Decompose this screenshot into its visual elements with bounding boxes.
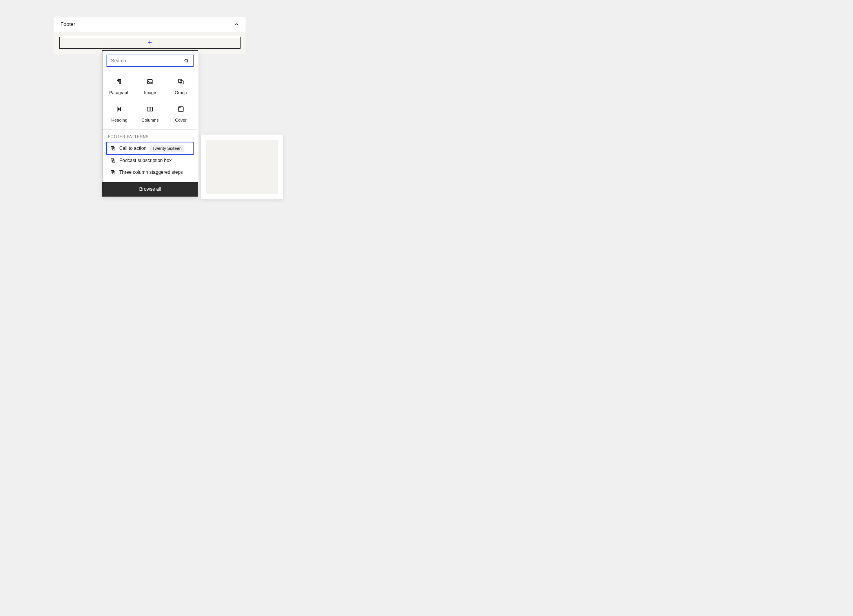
columns-icon: [145, 104, 155, 114]
block-inserter-popover: Paragraph Image Group Heading Columns Co…: [102, 50, 198, 197]
pattern-preview-card: [201, 135, 283, 199]
block-heading[interactable]: Heading: [104, 99, 135, 126]
pattern-list: Call to action Twenty Sixteen Podcast su…: [102, 142, 198, 182]
group-icon: [176, 77, 186, 86]
patterns-heading: FOOTER PATTERNS: [102, 130, 198, 142]
pattern-preview-canvas: [206, 140, 278, 194]
block-group[interactable]: Group: [166, 71, 196, 99]
cover-icon: [176, 104, 186, 114]
browse-all-button[interactable]: Browse all: [102, 182, 198, 196]
group-icon: [110, 169, 116, 175]
block-label: Cover: [175, 118, 186, 122]
pattern-tag: Twenty Sixteen: [149, 145, 184, 152]
block-cover[interactable]: Cover: [166, 99, 196, 126]
heading-icon: [115, 104, 124, 114]
pattern-label: Three column staggered steps: [119, 169, 183, 175]
footer-panel-title: Footer: [60, 21, 75, 27]
pattern-item-call-to-action[interactable]: Call to action Twenty Sixteen: [106, 142, 194, 155]
footer-panel: Footer: [54, 16, 246, 54]
inserter-search[interactable]: [107, 55, 193, 67]
group-icon: [110, 157, 116, 164]
paragraph-icon: [115, 77, 124, 86]
image-icon: [145, 77, 155, 86]
pattern-item-three-column[interactable]: Three column staggered steps: [106, 166, 194, 178]
search-icon: [184, 58, 189, 64]
add-block-button[interactable]: [59, 37, 241, 49]
block-label: Paragraph: [109, 90, 129, 95]
group-icon: [110, 145, 116, 151]
pattern-item-podcast[interactable]: Podcast subscription box: [106, 155, 194, 166]
pattern-label: Call to action: [119, 146, 146, 151]
pattern-label: Podcast subscription box: [119, 158, 171, 163]
search-input[interactable]: [111, 58, 184, 64]
block-columns[interactable]: Columns: [135, 99, 165, 126]
plus-icon: [147, 39, 153, 47]
footer-panel-header[interactable]: Footer: [54, 16, 246, 32]
block-label: Image: [144, 90, 156, 95]
block-label: Group: [175, 90, 187, 95]
patterns-section: FOOTER PATTERNS Call to action Twenty Si…: [102, 129, 198, 182]
chevron-up-icon[interactable]: [234, 22, 239, 27]
block-label: Heading: [111, 118, 128, 122]
block-label: Columns: [142, 118, 159, 122]
block-paragraph[interactable]: Paragraph: [104, 71, 135, 99]
block-image[interactable]: Image: [135, 71, 165, 99]
block-grid: Paragraph Image Group Heading Columns Co…: [102, 67, 198, 129]
